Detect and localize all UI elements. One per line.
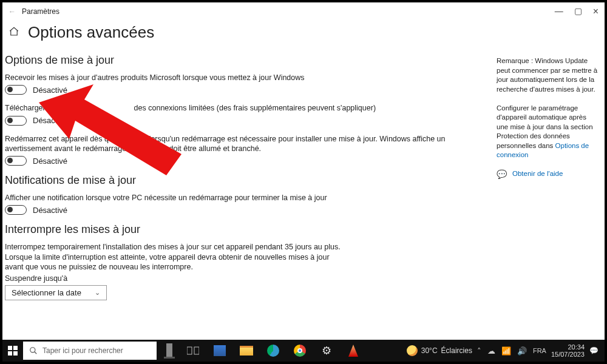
start-button[interactable] bbox=[2, 340, 23, 362]
maximize-button[interactable]: ▢ bbox=[574, 6, 582, 17]
main-content: Options de mise à jour Recevoir les mise… bbox=[5, 50, 497, 334]
svg-rect-3 bbox=[8, 351, 12, 356]
weather-widget[interactable]: 30°C Éclaircies bbox=[407, 345, 472, 356]
search-placeholder: Taper ici pour rechercher bbox=[42, 346, 123, 355]
svg-rect-9 bbox=[187, 347, 192, 354]
svg-rect-7 bbox=[166, 343, 172, 357]
chevron-down-icon: ⌄ bbox=[95, 289, 100, 297]
opt1-desc: Recevoir les mises à jour d'autres produ… bbox=[5, 73, 484, 83]
minimize-button[interactable]: — bbox=[555, 6, 563, 17]
cortana-icon[interactable] bbox=[160, 342, 178, 360]
task-view-icon[interactable] bbox=[181, 340, 205, 362]
opt2-desc: Télécharger les mises XXXXXXXXXX des con… bbox=[5, 103, 484, 113]
network-icon[interactable]: 📶 bbox=[501, 346, 511, 356]
system-tray[interactable]: ˄ ☁ 📶 🔊 FRA bbox=[477, 346, 546, 356]
section-update-options: Options de mise à jour bbox=[5, 54, 484, 67]
app-icon-1[interactable] bbox=[208, 340, 232, 362]
weather-text: Éclaircies bbox=[441, 346, 472, 355]
svg-rect-2 bbox=[13, 346, 18, 350]
get-help-link[interactable]: Obtenir de l'aide bbox=[512, 169, 563, 179]
svg-rect-8 bbox=[164, 357, 175, 359]
weather-temp: 30°C bbox=[421, 346, 438, 355]
help-icon: 💬 bbox=[497, 169, 506, 180]
titlebar: ← Paramètres — ▢ × bbox=[2, 2, 605, 21]
opt1-toggle[interactable] bbox=[5, 85, 27, 95]
notif-desc: Afficher une notification lorsque votre … bbox=[5, 193, 484, 203]
svg-rect-1 bbox=[8, 346, 12, 350]
svg-rect-4 bbox=[13, 351, 18, 356]
notif-toggle[interactable] bbox=[5, 205, 27, 215]
volume-icon[interactable]: 🔊 bbox=[517, 346, 527, 356]
opt3-toggle[interactable] bbox=[5, 156, 27, 166]
side-note-2: Configurer le paramétrage d'appareil aut… bbox=[497, 104, 599, 160]
onedrive-icon[interactable]: ☁ bbox=[487, 346, 495, 356]
tray-chevron-icon[interactable]: ˄ bbox=[477, 346, 481, 356]
close-button[interactable]: × bbox=[593, 6, 599, 17]
dropdown-value: Sélectionner la date bbox=[12, 288, 81, 297]
opt3-state: Désactivé bbox=[33, 157, 67, 166]
clock-time: 20:34 bbox=[568, 343, 585, 351]
page-title: Options avancées bbox=[28, 23, 154, 42]
back-button[interactable]: ← bbox=[8, 7, 16, 16]
search-icon bbox=[29, 346, 38, 355]
language-indicator[interactable]: FRA bbox=[533, 347, 546, 354]
taskbar-search[interactable]: Taper ici pour rechercher bbox=[23, 342, 157, 360]
opt1-state: Désactivé bbox=[33, 86, 67, 95]
clock-date: 15/07/2023 bbox=[551, 351, 585, 358]
edge-icon[interactable] bbox=[261, 340, 285, 362]
section-pause: Interrompre les mises à jour bbox=[5, 223, 484, 236]
svg-rect-10 bbox=[194, 347, 199, 354]
notif-state: Désactivé bbox=[33, 206, 67, 215]
file-explorer-icon[interactable] bbox=[234, 340, 259, 362]
suspend-label: Suspendre jusqu'à bbox=[5, 274, 484, 283]
section-notifications: Notifications de mise à jour bbox=[5, 174, 484, 187]
weather-icon bbox=[407, 345, 418, 356]
svg-line-6 bbox=[35, 352, 37, 354]
side-panel: Remarque : Windows Update peut commencer… bbox=[497, 50, 599, 334]
taskbar-clock[interactable]: 20:34 15/07/2023 bbox=[551, 343, 585, 358]
app-name: Paramètres bbox=[22, 7, 59, 16]
page-header: Options avancées bbox=[2, 21, 605, 50]
opt3-desc: Redémarrez cet appareil dès que possible… bbox=[5, 134, 484, 154]
taskbar: Taper ici pour rechercher ⚙ 30°C Éclairc… bbox=[2, 340, 605, 362]
pause-desc: Interrompez temporairement l'installatio… bbox=[5, 242, 345, 272]
opt2-toggle[interactable] bbox=[5, 116, 27, 126]
chrome-icon[interactable] bbox=[288, 340, 312, 362]
side-note-1: Remarque : Windows Update peut commencer… bbox=[497, 56, 599, 94]
pause-date-dropdown[interactable]: Sélectionner la date ⌄ bbox=[5, 285, 107, 300]
settings-icon[interactable]: ⚙ bbox=[314, 340, 339, 362]
app-icon-2[interactable] bbox=[341, 340, 365, 362]
home-icon[interactable] bbox=[8, 26, 19, 39]
opt2-state: Désactivé bbox=[33, 116, 67, 125]
notifications-icon[interactable]: 💬 bbox=[589, 346, 599, 355]
svg-point-5 bbox=[30, 348, 35, 352]
